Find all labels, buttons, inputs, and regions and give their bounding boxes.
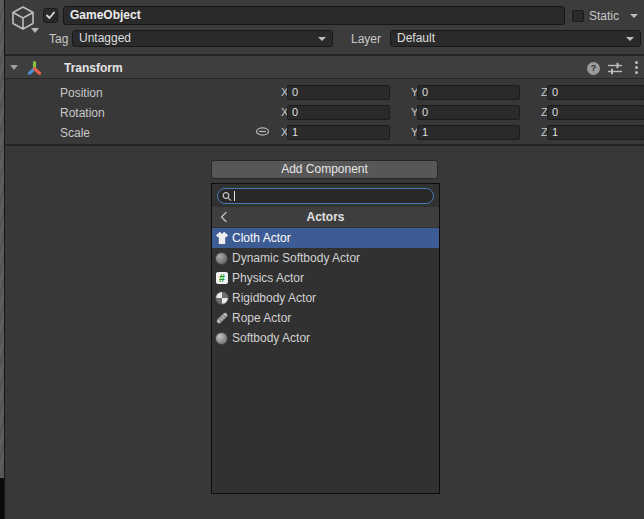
physics-hash-icon: #	[215, 271, 229, 285]
list-item-label: Rope Actor	[232, 308, 291, 328]
position-label: Position	[60, 86, 103, 100]
rotation-x-field[interactable]: 0	[287, 105, 390, 120]
category-header: Actors	[212, 207, 439, 227]
cloth-actor-icon	[215, 231, 229, 245]
layer-value: Default	[397, 31, 435, 45]
help-icon[interactable]: ?	[587, 62, 600, 75]
list-item-rigidbody-actor[interactable]: Rigidbody Actor	[212, 288, 439, 308]
add-component-popup: Actors Cloth Actor Dynamic Softbody Acto…	[211, 183, 440, 494]
icon-picker-arrow[interactable]	[31, 28, 39, 33]
static-dropdown-arrow[interactable]	[630, 14, 638, 18]
transform-gizmo-icon	[26, 60, 43, 80]
position-z-field[interactable]: 0	[547, 85, 644, 100]
position-x-field[interactable]: 0	[287, 85, 390, 100]
scale-z-field[interactable]: 1	[547, 125, 644, 140]
rope-icon	[215, 311, 229, 325]
component-divider	[5, 144, 644, 146]
chevron-down-icon	[318, 37, 326, 41]
tag-value: Untagged	[79, 31, 131, 45]
rigidbody-sphere-icon	[215, 291, 229, 305]
scale-x-field[interactable]: 1	[287, 125, 390, 140]
list-item-softbody-actor[interactable]: Softbody Actor	[212, 328, 439, 348]
constrain-proportions-link-icon[interactable]	[255, 126, 270, 140]
list-item-label: Rigidbody Actor	[232, 288, 316, 308]
presets-icon[interactable]	[607, 62, 623, 78]
rotation-y-field[interactable]: 0	[417, 105, 520, 120]
scale-y-field[interactable]: 1	[417, 125, 520, 140]
search-icon	[222, 191, 232, 202]
layer-label: Layer	[351, 32, 381, 46]
position-y-field[interactable]: 0	[417, 85, 520, 100]
layer-dropdown[interactable]: Default	[390, 30, 641, 47]
scale-label: Scale	[60, 126, 90, 140]
scale-row: Scale X 1 Y 1 Z 1	[5, 125, 644, 141]
chevron-down-icon	[626, 37, 634, 41]
list-item-cloth-actor[interactable]: Cloth Actor	[212, 228, 439, 248]
active-checkbox[interactable]	[43, 8, 58, 23]
transform-title: Transform	[64, 61, 123, 75]
tag-dropdown[interactable]: Untagged	[72, 30, 333, 47]
list-item-label: Dynamic Softbody Actor	[232, 248, 360, 268]
static-checkbox[interactable]	[572, 10, 584, 22]
list-item-rope-actor[interactable]: Rope Actor	[212, 308, 439, 328]
softbody-sphere-icon	[215, 331, 229, 345]
position-row: Position X 0 Y 0 Z 0	[5, 85, 644, 101]
static-label: Static	[589, 9, 619, 23]
rotation-row: Rotation X 0 Y 0 Z 0	[5, 105, 644, 121]
list-item-physics-actor[interactable]: # Physics Actor	[212, 268, 439, 288]
tag-label: Tag	[49, 32, 68, 46]
rotation-z-field[interactable]: 0	[547, 105, 644, 120]
component-search-input[interactable]	[235, 189, 425, 201]
softbody-sphere-icon	[215, 251, 229, 265]
add-component-button[interactable]: Add Component	[211, 160, 438, 179]
check-icon	[44, 9, 57, 22]
component-search-field[interactable]	[217, 188, 434, 204]
list-item-label: Physics Actor	[232, 268, 304, 288]
svg-text:#: #	[219, 272, 225, 284]
rotation-label: Rotation	[60, 106, 105, 120]
unity-inspector: GameObject Static Tag Untagged Layer Def…	[0, 0, 644, 519]
list-item-dynamic-softbody-actor[interactable]: Dynamic Softbody Actor	[212, 248, 439, 268]
component-list: Cloth Actor Dynamic Softbody Actor # Phy…	[212, 228, 439, 348]
foldout-arrow-icon[interactable]	[10, 65, 18, 70]
list-item-label: Softbody Actor	[232, 328, 310, 348]
list-item-label: Cloth Actor	[232, 228, 291, 248]
gameobject-name-field[interactable]: GameObject	[63, 6, 565, 25]
category-title: Actors	[212, 210, 439, 224]
more-menu-icon[interactable]	[635, 61, 638, 76]
